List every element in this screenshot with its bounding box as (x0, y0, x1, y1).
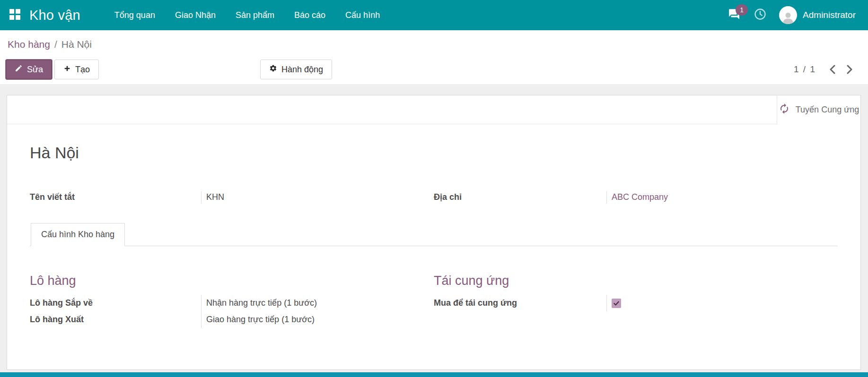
incoming-shipments-value: Nhận hàng trực tiếp (1 bước) (201, 295, 434, 311)
button-row: Sửa Tạo (6, 60, 99, 79)
supply-routes-label: Tuyến Cung ứng (796, 105, 859, 115)
tab-warehouse-config[interactable]: Cấu hình Kho hàng (31, 223, 125, 246)
app-brand[interactable]: Kho vận (29, 8, 80, 23)
fields-grid: Tên viết tắt KHN Địa chỉ ABC Company (30, 191, 838, 204)
record-title: Hà Nội (30, 144, 838, 162)
notebook-tabs: Cấu hình Kho hàng (30, 223, 838, 246)
outgoing-shipments-row: Lô hàng Xuất Giao hàng trực tiếp (1 bước… (30, 311, 434, 328)
shipments-section-title: Lô hàng (30, 274, 434, 288)
action-menu-button[interactable]: Hành động (260, 60, 332, 79)
navbar-right: 1 Administrator (727, 6, 868, 24)
plus-icon (63, 65, 71, 75)
window-bottom-strip (0, 372, 868, 377)
section-resupply: Tái cung ứng Mua để tái cung ứng (434, 274, 838, 328)
address-label: Địa chỉ (434, 192, 606, 202)
sheet-body: Hà Nội Tên viết tắt KHN Địa chỉ ABC Comp… (7, 144, 860, 328)
short-name-value: KHN (201, 191, 434, 204)
resupply-section-title: Tái cung ứng (434, 274, 838, 288)
address-value-link[interactable]: ABC Company (606, 191, 838, 204)
breadcrumb-parent-link[interactable]: Kho hàng (8, 39, 50, 50)
menu-giao-nhan[interactable]: Giao Nhận (174, 8, 217, 23)
outgoing-shipments-value: Giao hàng trực tiếp (1 bước) (201, 311, 434, 328)
pencil-icon (15, 64, 23, 75)
apps-menu-button[interactable] (0, 0, 29, 30)
messages-count-badge: 1 (736, 4, 748, 16)
field-address: Địa chỉ ABC Company (434, 191, 838, 204)
breadcrumb-current: Hà Nội (61, 39, 92, 50)
action-button-label: Hành động (281, 65, 323, 75)
edit-button[interactable]: Sửa (6, 60, 52, 79)
outgoing-shipments-label: Lô hàng Xuất (30, 311, 201, 328)
buy-to-resupply-value (606, 295, 838, 311)
incoming-shipments-row: Lô hàng Sắp về Nhận hàng trực tiếp (1 bư… (30, 295, 434, 311)
user-menu[interactable]: Administrator (779, 6, 856, 24)
top-navbar: Kho vận Tổng quan Giao Nhận Sản phẩm Báo… (0, 0, 868, 30)
refresh-icon (779, 103, 790, 117)
pager-next-button[interactable] (844, 63, 855, 76)
user-name: Administrator (803, 10, 856, 20)
form-sheet: Tuyến Cung ứng Hà Nội Tên viết tắt KHN Đ… (7, 95, 861, 370)
menu-tong-quan[interactable]: Tổng quan (114, 8, 156, 23)
page: Kho vận Tổng quan Giao Nhận Sản phẩm Báo… (0, 0, 868, 377)
buy-to-resupply-checkbox[interactable] (612, 299, 621, 308)
activities-menu[interactable] (754, 8, 767, 23)
supply-routes-stat-button[interactable]: Tuyến Cung ứng (777, 95, 860, 124)
incoming-shipments-label: Lô hàng Sắp về (30, 295, 201, 311)
short-name-label: Tên viết tắt (30, 192, 201, 202)
control-panel: Kho hàng / Hà Nội Sửa Tạo Hành động (0, 30, 868, 84)
menu-bao-cao[interactable]: Báo cáo (293, 8, 326, 23)
breadcrumb-separator: / (54, 39, 57, 50)
buy-to-resupply-row: Mua để tái cung ứng (434, 295, 838, 311)
clock-icon (754, 8, 767, 23)
messages-menu[interactable]: 1 (727, 8, 741, 22)
breadcrumb: Kho hàng / Hà Nội (8, 39, 92, 50)
menu-cau-hinh[interactable]: Cấu hình (344, 8, 381, 23)
avatar (779, 6, 797, 24)
buy-to-resupply-label: Mua để tái cung ứng (434, 295, 606, 311)
button-box: Tuyến Cung ứng (7, 95, 860, 124)
pager-previous-button[interactable] (827, 63, 838, 76)
pager: 1 / 1 (794, 60, 855, 79)
menu-san-pham[interactable]: Sản phẩm (235, 8, 275, 23)
edit-button-label: Sửa (27, 65, 43, 75)
sections-grid: Lô hàng Lô hàng Sắp về Nhận hàng trực ti… (30, 274, 838, 328)
gear-icon (269, 64, 277, 75)
create-button-label: Tạo (75, 65, 90, 75)
field-short-name: Tên viết tắt KHN (30, 191, 434, 204)
create-button[interactable]: Tạo (54, 60, 99, 79)
apps-grid-icon (9, 9, 21, 22)
section-shipments: Lô hàng Lô hàng Sắp về Nhận hàng trực ti… (30, 274, 434, 328)
main-menu: Tổng quan Giao Nhận Sản phẩm Báo cáo Cấu… (114, 8, 381, 23)
pager-value: 1 / 1 (794, 64, 816, 75)
